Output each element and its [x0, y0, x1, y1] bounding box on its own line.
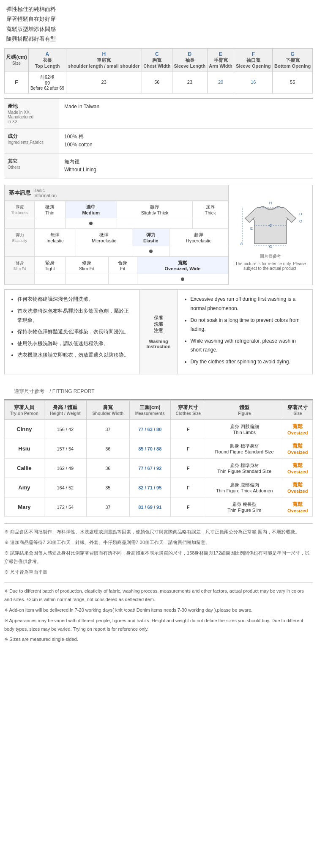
fitting-table: 穿著人員 Try-on Person 身高 / 體重 Height / Weig… [4, 400, 313, 517]
fitting-name-1: Hsiu [5, 439, 44, 459]
note-zh-2: ※ 試穿結果會因每人感受及身材比例穿著習慣而有所不同，身高體重不表示購買的尺寸，… [4, 549, 313, 566]
fitting-figure-2: 扁身 標準身材Thin Figure Standard Size [206, 459, 283, 478]
fitting-row-amy: Amy 164 / 52 35 82 / 71 / 95 F 扁身 腹部偏肉Th… [5, 478, 313, 497]
size-table: 尺碼(cm) Size A 衣長 Top Length H 單肩寬 should… [4, 48, 313, 93]
notes-section: ※ 商品會因不同批製作、布料彈性、水洗處理或測量點等因素，使顏色尺寸與實際商品略… [4, 523, 313, 644]
fitting-clothes-4: F [170, 497, 206, 517]
fitting-title-zh: 適穿尺寸參考 [14, 388, 44, 394]
fitting-clothes-3: F [170, 478, 206, 497]
size-label: F [5, 71, 29, 93]
diagram-note-zh: 圖片僅參考 [260, 253, 281, 259]
washing-right-content: Excessive dyes run off during first wash… [178, 290, 313, 374]
fitting-figure-3: 扁身 腹部偏肉Thin Figure Thick Abdomen [206, 478, 283, 497]
basic-info-title-zh: 基本訊息 [9, 189, 31, 197]
washing-label-en2: Instruction [147, 344, 171, 349]
fitting-row-callie: Callie 162 / 49 36 77 / 67 / 92 F 扁身 標準身… [5, 459, 313, 478]
thickness-label: 厚度Thickness [5, 201, 35, 218]
basic-info-section: 基本訊息 BasicInformation 厚度Thickness 微薄Thin… [4, 185, 313, 285]
size-col-header-e: E 手臂寬 Arm Width [207, 48, 234, 71]
fitting-hw-0: 156 / 42 [44, 420, 86, 439]
fitting-clothes-1: F [170, 439, 206, 459]
size-col-header-g: G 下擺寬 Bottom Opening [273, 48, 313, 71]
elasticity-hyperelastic: 超彈Hyperelastic [169, 229, 228, 246]
fitting-title: 適穿尺寸參考 / FITTING REPORT [4, 383, 313, 400]
note-en-0: ※ Due to different batch of production, … [4, 587, 313, 604]
fitting-name-4: Mary [5, 497, 44, 517]
fitting-hw-4: 172 / 54 [44, 497, 86, 517]
fit-table: 修身Slim Fit 緊身Tight 修身Slim Fit 合身Fit 寬鬆Ov… [5, 257, 228, 285]
others-value: 無內裡 Without Lining [59, 154, 313, 178]
others-label: 其它 Others [4, 154, 59, 178]
fit-tight: 緊身Tight [35, 257, 66, 274]
fitting-measurements-2: 77 / 67 / 92 [129, 459, 170, 478]
svg-text:H: H [269, 201, 272, 205]
washing-label-zh3: 注意 [147, 327, 171, 334]
fitting-measurements-0: 77 / 63 / 80 [129, 420, 170, 439]
size-val-h: 23 [66, 71, 142, 93]
th-person: 穿著人員 Try-on Person [5, 401, 44, 420]
size-val-c: 56 [142, 71, 172, 93]
svg-text:E: E [250, 226, 253, 231]
elasticity-label: 彈力Elasticity [5, 229, 35, 246]
th-measurements: 三圍(cm) Measurements [129, 401, 170, 420]
svg-text:A: A [240, 242, 243, 246]
size-col-header-size: 尺碼(cm) Size [5, 48, 29, 71]
ingredients-row: 成分 Ingredients,Fabrics 100% 棉 100% cotto… [4, 129, 313, 154]
th-figure: 體型 Figure [206, 401, 283, 420]
ingredients-value: 100% 棉 100% cotton [59, 129, 313, 153]
elasticity-table: 彈力Elasticity 無彈Inelastic 微彈Microelastic … [5, 229, 228, 257]
washing-right-list: Excessive dyes run off during first wash… [184, 295, 306, 366]
note-zh-1: ※ 追加商品需等待7-20個工作天；針織、外套、牛仔類商品則需7-30個工作天，… [4, 538, 313, 547]
fitting-row-cinny: Cinny 156 / 42 37 77 / 63 / 80 F 扁身 四肢偏細… [5, 420, 313, 439]
note-zh-3: ※ 尺寸皆為單面平量 [4, 568, 313, 577]
desc-line-2: 穿著輕鬆自在好好穿 [6, 14, 311, 24]
washing-en-item-2: Do not soak in a long time to prevent co… [191, 316, 306, 334]
desc-line-4: 隨興搭配都好看有型 [6, 34, 311, 44]
fitting-measurements-4: 81 / 69 / 91 [129, 497, 170, 517]
fitting-figure-0: 扁身 四肢偏細Thin Limbs [206, 420, 283, 439]
th-shoulder: 肩寬 Shoulder Width [86, 401, 129, 420]
size-val-g: 55 [273, 71, 313, 93]
fitting-measurements-1: 85 / 70 / 88 [129, 439, 170, 459]
fit-regular: 合身Fit [108, 257, 137, 274]
washing-en-item-3: While washing with refrigerator, please … [191, 337, 306, 355]
fitting-header-row: 穿著人員 Try-on Person 身高 / 體重 Height / Weig… [5, 401, 313, 420]
th-wearing-size: 穿著尺寸 Size [283, 401, 312, 420]
thickness-slightly-thick: 微厚Slightly Thick [117, 201, 193, 218]
fitting-size-0: 寬鬆Ovesized [283, 420, 312, 439]
elasticity-micro: 微彈Microelastic [76, 229, 132, 246]
fitting-shoulder-1: 36 [86, 439, 129, 459]
size-col-header-f: F 袖口寬 Sleeve Opening [234, 48, 273, 71]
shirt-diagram-col: H D O E C A G 圖片僅參考 The picture is for r… [228, 185, 313, 285]
size-col-header-h: H 單肩寬 shoulder length / small shoulder [66, 48, 142, 71]
others-row: 其它 Others 無內裡 Without Lining [4, 154, 313, 179]
fitting-figure-4: 扁身 瘦長型Thin Figure Slim [206, 497, 283, 517]
svg-text:O: O [299, 219, 302, 223]
svg-text:D: D [299, 212, 302, 216]
fitting-title-en: / FITTING REPORT [49, 388, 94, 394]
fitting-shoulder-0: 37 [86, 420, 129, 439]
thickness-medium: 適中Medium [65, 201, 117, 218]
desc-line-3: 寬鬆版型增添休閒感 [6, 24, 311, 34]
thickness-thick: 加厚Thick [193, 201, 228, 218]
washing-label-zh2: 洗滌 [147, 321, 171, 327]
fitting-size-3: 寬鬆Ovesized [283, 478, 312, 497]
washing-item-2: 首次洗滌時深色布料易釋於出多餘固色劑，屬於正常現象。 [17, 307, 133, 325]
size-row-f: F 前62後69Before 62 after 69 23 56 23 20 1… [5, 71, 313, 93]
desc-line-1: 彈性極佳的純棉面料 [6, 4, 311, 14]
fitting-hw-2: 162 / 49 [44, 459, 86, 478]
size-val-a: 前62後69Before 62 after 69 [29, 71, 66, 93]
fitting-name-2: Callie [5, 459, 44, 478]
notes-en: ※ Due to different batch of production, … [4, 582, 313, 644]
svg-text:G: G [269, 244, 272, 249]
notes-zh: ※ 商品會因不同批製作、布料彈性、水洗處理或測量點等因素，使顏色尺寸與實際商品略… [4, 528, 313, 576]
fitting-figure-1: 圓身 標準身材Round Figure Standard Size [206, 439, 283, 459]
size-val-f: 16 [234, 71, 273, 93]
washing-item-5: 洗衣機脫水後請立即晾衣，勿放置過久以防移染。 [17, 351, 133, 360]
basic-info-title-en: BasicInformation [33, 188, 57, 198]
ingredients-label: 成分 Ingredients,Fabrics [4, 129, 59, 153]
size-col-header-a: A 衣長 Top Length [29, 48, 66, 71]
fit-label: 修身Slim Fit [5, 257, 35, 274]
th-clothes-size: 穿著尺寸 Clothes Size [170, 401, 206, 420]
fitting-measurements-3: 82 / 71 / 95 [129, 478, 170, 497]
